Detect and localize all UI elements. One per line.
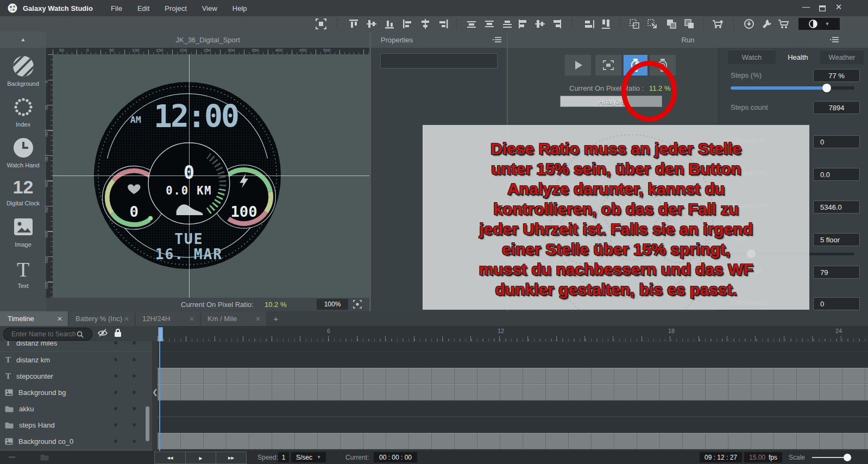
fast-forward-button[interactable]: ▸▸ [216, 452, 246, 463]
align-bottom-icon[interactable] [382, 17, 397, 30]
field-value-steps-count[interactable]: 7894 [813, 101, 860, 114]
field-value-calorie[interactable]: 0 [813, 297, 860, 310]
run-play-button[interactable] [565, 55, 591, 76]
layer-row-background-bg[interactable]: Background bg [0, 384, 152, 401]
align-right-icon[interactable] [436, 17, 450, 30]
store-cart-icon[interactable] [777, 17, 791, 30]
layer-lock-dot[interactable] [133, 341, 136, 344]
match-height-icon[interactable] [599, 17, 613, 30]
run-on-device-icon[interactable] [710, 17, 725, 30]
send-to-back-icon[interactable] [682, 17, 696, 30]
theme-toggle-button[interactable]: ▼ [798, 18, 840, 30]
layer-visibility-dot[interactable] [114, 358, 117, 361]
layer-list-scrollbar[interactable] [146, 406, 149, 441]
build-project-icon[interactable] [742, 17, 756, 30]
playhead-marker[interactable] [158, 327, 163, 342]
zoom-level-box[interactable]: 100% [317, 299, 348, 310]
close-tab-icon[interactable]: ✕ [124, 315, 129, 323]
sidebar-item-index[interactable]: Index [0, 96, 46, 128]
menu-file[interactable]: File [103, 0, 130, 16]
sidebar-item-image[interactable]: Image [0, 217, 46, 248]
layer-lock-dot[interactable] [133, 407, 136, 410]
scale-slider[interactable] [812, 457, 850, 458]
distribute-right-icon[interactable] [549, 17, 563, 30]
layer-row-akku[interactable]: akku [0, 400, 152, 417]
track-bar-background-co-0[interactable] [158, 433, 868, 449]
steps-percent-slider[interactable] [731, 86, 854, 90]
layer-lock-dot[interactable] [133, 423, 136, 427]
sidebar-item-digital-clock[interactable]: 12 Digital Clock [0, 176, 46, 206]
distribute-middle-icon[interactable] [482, 17, 496, 30]
track-steps-hand[interactable] [158, 417, 868, 433]
tab-weather[interactable]: Weather [820, 51, 864, 64]
menu-project[interactable]: Project [157, 0, 194, 16]
menu-help[interactable]: Help [225, 0, 255, 16]
layer-visibility-dot[interactable] [114, 341, 117, 344]
layer-search-box[interactable] [3, 328, 92, 341]
rewind-button[interactable]: ◂◂ [155, 452, 186, 463]
layer-visibility-dot[interactable] [114, 374, 117, 378]
properties-menu-icon[interactable] [493, 36, 501, 45]
layer-lock-dot[interactable] [133, 391, 136, 394]
track-akku[interactable] [158, 400, 868, 417]
field-value-distance[interactable]: 5346.0 [813, 200, 860, 214]
slider-thumb[interactable] [844, 454, 851, 461]
field-value-speed[interactable]: 0.0 [813, 168, 860, 181]
slider-thumb[interactable] [822, 84, 831, 92]
tab-health[interactable]: Health [776, 51, 820, 64]
match-width-icon[interactable] [582, 17, 596, 30]
ungroup-icon[interactable] [645, 17, 659, 30]
new-folder-icon[interactable] [40, 454, 49, 461]
field-value-steps-goal[interactable]: 0 [813, 135, 860, 148]
tab-battery-inc[interactable]: Battery % (Inc) ✕ [69, 311, 135, 326]
track-bar-background-bg[interactable] [158, 384, 868, 400]
run-capture-button[interactable] [595, 55, 621, 76]
remove-layer-icon[interactable] [9, 456, 15, 458]
play-button[interactable]: ▸ [186, 452, 216, 463]
sidebar-item-background[interactable]: Background [0, 55, 46, 87]
menu-view[interactable]: View [194, 0, 225, 16]
field-value-heart-rate[interactable]: 79 [813, 266, 860, 279]
track-distanz-km[interactable] [158, 352, 868, 368]
layer-lock-dot[interactable] [133, 374, 136, 378]
layer-row-stepcounter[interactable]: T stepcounter [0, 368, 152, 385]
layer-lock-dot[interactable] [133, 440, 136, 443]
timeline-tracks[interactable] [158, 341, 868, 451]
add-tab-button[interactable]: + [269, 311, 283, 326]
close-tab-icon[interactable]: ✕ [189, 315, 194, 323]
close-tab-icon[interactable]: ✕ [57, 315, 62, 323]
layer-row-background-co-0[interactable]: Background co_0 [0, 433, 152, 450]
tab-km-mile[interactable]: Km / Mile ✕ [201, 311, 266, 326]
search-input[interactable] [10, 330, 77, 338]
layer-visibility-dot[interactable] [114, 423, 117, 427]
settings-wrench-icon[interactable] [759, 17, 773, 30]
distribute-bottom-icon[interactable] [500, 17, 514, 30]
align-center-icon[interactable] [418, 17, 432, 30]
layer-row-steps-hand[interactable]: steps Hand [0, 417, 152, 434]
group-icon[interactable] [627, 17, 641, 30]
layer-row-distanz-km[interactable]: T distanz km [0, 352, 152, 368]
tab-timeline[interactable]: Timeline ✕ [0, 311, 68, 326]
tab-watch[interactable]: Watch [728, 51, 776, 64]
tab-12h-24h[interactable]: 12H/24H ✕ [136, 311, 200, 326]
sidebar-collapse-button[interactable]: ▲ [0, 32, 46, 48]
hide-all-layers-icon[interactable] [98, 329, 108, 339]
field-value-steps-percent[interactable]: 77 % [813, 69, 860, 82]
sidebar-item-watch-hand[interactable]: Watch Hand [0, 137, 46, 168]
run-menu-icon[interactable] [830, 36, 839, 45]
align-top-icon[interactable] [347, 17, 361, 30]
speed-unit-dropdown[interactable]: S/sec ▼ [291, 452, 326, 462]
layer-row-distanz-miles[interactable]: T distanz miles [0, 341, 152, 352]
field-value-floor[interactable]: 5 floor [813, 233, 860, 246]
lock-all-layers-icon[interactable] [114, 328, 122, 339]
layer-lock-dot[interactable] [133, 358, 136, 361]
menu-edit[interactable]: Edit [130, 0, 157, 16]
minimize-icon[interactable]: — [798, 2, 814, 14]
distribute-top-icon[interactable] [464, 17, 479, 30]
track-distanz-miles[interactable] [158, 341, 868, 351]
fit-selection-icon[interactable] [314, 17, 328, 30]
distribute-center-icon[interactable] [533, 17, 547, 30]
layer-visibility-dot[interactable] [114, 391, 117, 394]
layer-visibility-dot[interactable] [114, 407, 117, 410]
align-middle-icon[interactable] [364, 17, 379, 30]
